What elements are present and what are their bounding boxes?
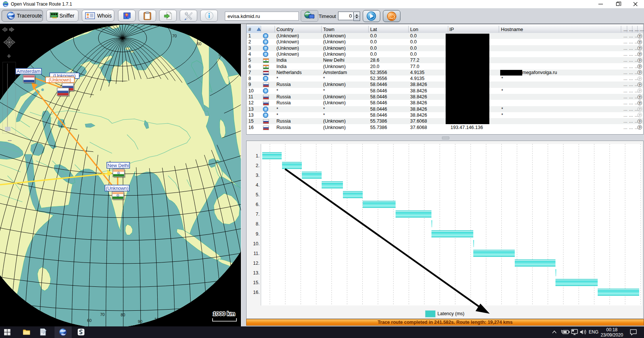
svg-text:?: ? <box>264 52 267 56</box>
svg-text:?: ? <box>639 70 641 74</box>
svg-text:?: ? <box>639 125 641 129</box>
svg-text:New Delhi: New Delhi <box>108 163 129 168</box>
svg-text:60: 60 <box>197 42 201 46</box>
svg-text:1000 km: 1000 km <box>213 310 235 317</box>
svg-text:?: ? <box>639 64 641 68</box>
svg-text:?: ? <box>639 40 641 44</box>
svg-text:?: ? <box>264 113 267 117</box>
svg-text:?: ? <box>639 113 641 117</box>
svg-text:Amsterdam: Amsterdam <box>17 69 41 74</box>
svg-text:(Unknown): (Unknown) <box>49 77 71 83</box>
svg-text:?: ? <box>264 40 267 44</box>
svg-text:?: ? <box>264 34 267 38</box>
svg-text:?: ? <box>639 83 641 87</box>
svg-text:70: 70 <box>172 34 177 38</box>
svg-text:?: ? <box>639 52 641 56</box>
svg-text:60: 60 <box>87 318 92 323</box>
svg-text:?: ? <box>639 58 641 62</box>
svg-text:?: ? <box>264 76 267 80</box>
svg-text:?: ? <box>639 101 641 105</box>
svg-text:(Unknown): (Unknown) <box>106 186 128 191</box>
svg-text:70: 70 <box>100 312 105 317</box>
svg-text:?: ? <box>264 89 267 93</box>
svg-text:?: ? <box>639 76 641 80</box>
svg-text:?: ? <box>639 34 641 38</box>
svg-text:?: ? <box>639 46 641 50</box>
svg-text:?: ? <box>639 95 641 99</box>
svg-text:?: ? <box>639 89 641 93</box>
svg-text:?: ? <box>264 46 267 50</box>
svg-text:?: ? <box>639 107 641 111</box>
svg-text:?: ? <box>264 107 267 111</box>
svg-text:80: 80 <box>121 313 125 317</box>
svg-text:90: 90 <box>138 319 142 324</box>
svg-text:?: ? <box>639 119 641 123</box>
